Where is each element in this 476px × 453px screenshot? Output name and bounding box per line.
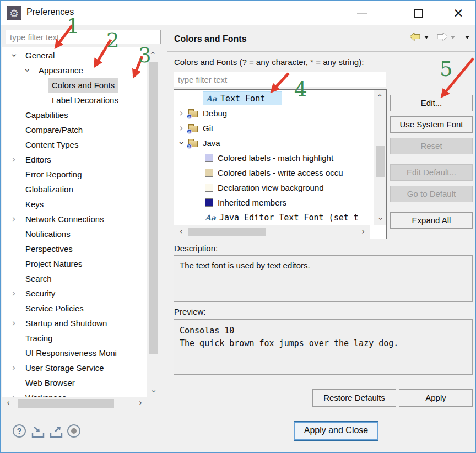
sidebar-item-error-reporting[interactable]: Error Reporting	[2, 167, 147, 182]
view-menu-icon[interactable]	[465, 36, 469, 41]
font-tree-item-colored-labels-write-access-occu[interactable]: Colored labels - write access occu	[174, 165, 374, 180]
sidebar-item-label: UI Responsiveness Moni	[25, 346, 117, 360]
sidebar-item-service-policies[interactable]: Service Policies	[2, 301, 147, 316]
fonts-horizontal-scrollbar[interactable]: ‹ ›	[174, 225, 370, 239]
close-button[interactable]: ✕	[450, 5, 467, 21]
sidebar-item-network-connections[interactable]: ›Network Connections	[2, 212, 147, 227]
font-tree-item-java-editor-text-font-set-t[interactable]: AaJava Editor Text Font (set t	[174, 210, 374, 225]
edit-button[interactable]: Edit...	[390, 95, 473, 111]
sidebar-vertical-scrollbar[interactable]: › ›	[147, 47, 159, 397]
sidebar-item-capabilities[interactable]: Capabilities	[2, 107, 147, 122]
sidebar-item-web-browser[interactable]: Web Browser	[2, 375, 147, 390]
sidebar-horizontal-scrollbar[interactable]: ‹ ›	[2, 397, 147, 410]
sidebar-item-workspace[interactable]: ›Workspace	[2, 390, 147, 397]
font-tree-item-java[interactable]: ›aJava	[174, 136, 374, 150]
sidebar-item-general[interactable]: ›General	[2, 48, 147, 63]
go-to-default-button[interactable]: Go to Default	[390, 186, 473, 202]
forward-arrow-icon[interactable]	[436, 32, 448, 41]
annotation-arrow-5	[442, 58, 473, 96]
export-preferences-icon[interactable]	[48, 425, 64, 439]
scroll-right-icon[interactable]: ›	[134, 398, 147, 409]
font-tree-item-git[interactable]: ›aGit	[174, 121, 374, 136]
sidebar-item-globalization[interactable]: Globalization	[2, 182, 147, 197]
scroll-down-icon[interactable]: ›	[148, 385, 159, 397]
sidebar-item-search[interactable]: Search	[2, 271, 147, 286]
scrollbar-thumb[interactable]	[376, 146, 385, 177]
expand-chevron-icon[interactable]: ›	[10, 212, 18, 227]
back-arrow-icon[interactable]	[409, 32, 421, 41]
maximize-button[interactable]	[414, 9, 423, 18]
scroll-up-icon[interactable]: ›	[375, 89, 386, 101]
minimize-button[interactable]	[357, 13, 367, 14]
sidebar-item-content-types[interactable]: Content Types	[2, 137, 147, 152]
sidebar-item-label: Startup and Shutdown	[25, 316, 107, 331]
collapse-chevron-icon[interactable]: ›	[20, 67, 35, 74]
scroll-right-icon[interactable]: ›	[357, 227, 369, 238]
sidebar-filter-input[interactable]	[6, 30, 161, 44]
edit-default-button[interactable]: Edit Default...	[390, 164, 473, 181]
fonts-filter-input[interactable]	[174, 72, 386, 87]
sidebar-item-keys[interactable]: Keys	[2, 197, 147, 212]
font-tree-item-debug[interactable]: ›aDebug	[174, 106, 374, 121]
sidebar-item-perspectives[interactable]: Perspectives	[2, 241, 147, 256]
preference-recorder-icon[interactable]	[66, 423, 82, 439]
back-history-dropdown-icon[interactable]	[424, 36, 429, 41]
sidebar-item-startup-and-shutdown[interactable]: ›Startup and Shutdown	[2, 316, 147, 331]
category-label: Java	[203, 136, 220, 150]
footer-divider	[1, 412, 476, 412]
sidebar-item-editors[interactable]: ›Editors	[2, 152, 147, 167]
sidebar-item-project-natures[interactable]: Project Natures	[2, 256, 147, 271]
use-system-font-button[interactable]: Use System Font	[390, 116, 473, 133]
sidebar-item-label-decorations[interactable]: Label Decorations	[2, 93, 147, 107]
category-folder-icon: a	[188, 111, 198, 117]
sidebar-item-label: Service Policies	[25, 301, 84, 316]
apply-button[interactable]: Apply	[399, 389, 473, 407]
font-tree-item-inherited-members[interactable]: Inherited members	[174, 195, 374, 210]
category-folder-icon: a	[188, 141, 198, 147]
expand-chevron-icon[interactable]: ›	[10, 360, 18, 375]
scrollbar-thumb[interactable]	[149, 62, 158, 354]
scroll-down-icon[interactable]: ›	[375, 213, 386, 225]
font-tree-item-text-font[interactable]: AaText Font	[174, 91, 374, 106]
preferences-dialog: ⚙ Preferences ✕ ›General›AppearanceColor…	[0, 0, 476, 453]
sidebar-item-user-storage-service[interactable]: ›User Storage Service	[2, 360, 147, 375]
expand-chevron-icon[interactable]: ›	[177, 121, 185, 136]
font-icon: Aa	[205, 213, 216, 222]
sidebar-item-tracing[interactable]: Tracing	[2, 331, 147, 346]
expand-chevron-icon[interactable]: ›	[10, 152, 18, 167]
scrollbar-thumb[interactable]	[188, 228, 266, 236]
expand-chevron-icon[interactable]: ›	[10, 390, 18, 397]
sidebar-item-notifications[interactable]: Notifications	[2, 227, 147, 241]
restore-defaults-button[interactable]: Restore Defaults	[312, 389, 396, 407]
expand-chevron-icon[interactable]: ›	[10, 316, 18, 331]
scrollbar-thumb[interactable]	[18, 399, 114, 408]
reset-button[interactable]: Reset	[390, 138, 473, 154]
forward-history-dropdown-icon[interactable]	[451, 36, 455, 41]
expand-chevron-icon[interactable]: ›	[10, 286, 18, 301]
color-item-label: Declaration view background	[218, 180, 324, 195]
apply-and-close-button[interactable]: Apply and Close	[294, 421, 378, 441]
scroll-left-icon[interactable]: ‹	[175, 227, 187, 238]
import-preferences-icon[interactable]	[30, 425, 46, 439]
scroll-up-icon[interactable]: ›	[148, 47, 159, 59]
sidebar-item-appearance[interactable]: ›Appearance	[2, 63, 147, 78]
font-item-label: Text Font	[220, 94, 265, 104]
folder-badge-icon: a	[187, 144, 192, 149]
color-item-label: Colored labels - write access occu	[218, 165, 343, 180]
collapse-chevron-icon[interactable]: ›	[7, 52, 21, 60]
sidebar-item-label: Perspectives	[25, 241, 73, 256]
font-tree-item-declaration-view-background[interactable]: Declaration view background	[174, 180, 374, 195]
help-icon[interactable]: ?	[12, 423, 27, 439]
font-tree-item-colored-labels-match-highlight[interactable]: Colored labels - match highlight	[174, 150, 374, 165]
scroll-left-icon[interactable]: ‹	[2, 398, 14, 409]
expand-all-button[interactable]: Expand All	[390, 212, 473, 229]
sidebar-item-ui-responsiveness-moni[interactable]: UI Responsiveness Moni	[2, 346, 147, 360]
sidebar-item-label: Compare/Patch	[25, 122, 83, 137]
sidebar-item-security[interactable]: ›Security	[2, 286, 147, 301]
preferences-tree: ›General›AppearanceColors and FontsLabel…	[2, 47, 147, 397]
color-item-label: Colored labels - match highlight	[218, 150, 333, 165]
sidebar-item-compare-patch[interactable]: Compare/Patch	[2, 122, 147, 137]
expand-chevron-icon[interactable]: ›	[177, 106, 185, 121]
fonts-vertical-scrollbar[interactable]: › ›	[374, 90, 386, 225]
sidebar-item-colors-and-fonts[interactable]: Colors and Fonts	[2, 78, 147, 93]
